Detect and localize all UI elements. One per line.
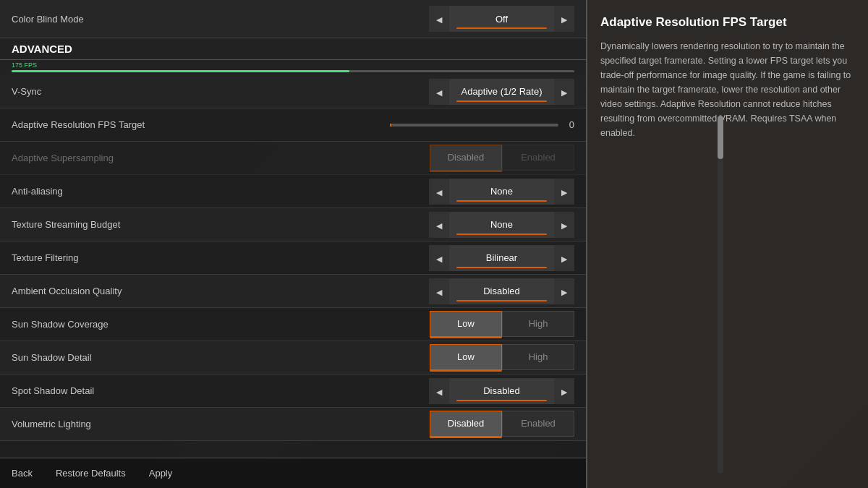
volumetric-lighting-row: Volumetric Lighting Disabled Enabled	[0, 408, 586, 441]
adaptive-res-label: Adaptive Resolution FPS Target	[12, 119, 390, 130]
adaptive-res-slider[interactable]	[390, 124, 558, 127]
sun-shadow-detail-high-btn[interactable]: High	[502, 344, 574, 370]
vsync-value-box: Adaptive (1/2 Rate)	[449, 79, 554, 105]
adaptive-super-row: Adaptive Supersampling Disabled Enabled	[0, 142, 586, 175]
arrow-left-icon	[436, 86, 442, 98]
arrow-right-icon	[561, 13, 567, 25]
ambient-occlusion-right-btn[interactable]	[554, 278, 574, 304]
texture-filtering-value-box: Bilinear	[449, 245, 554, 271]
arrow-right-icon	[561, 86, 567, 98]
anti-aliasing-control: None	[429, 179, 574, 205]
vsync-underline	[456, 100, 547, 102]
color-blind-control: Off	[429, 6, 574, 32]
arrow-left-icon	[436, 252, 442, 264]
sun-shadow-detail-left-wrap: Low	[430, 344, 502, 372]
spot-shadow-detail-left-btn[interactable]	[429, 378, 449, 404]
info-panel: Adaptive Resolution FPS Target Dynamical…	[586, 0, 868, 488]
color-blind-left-btn[interactable]	[429, 6, 449, 32]
color-blind-underline	[456, 27, 547, 29]
adaptive-super-right-wrap: Enabled	[502, 145, 574, 172]
arrow-left-icon	[436, 385, 442, 397]
arrow-left-icon	[436, 219, 442, 231]
ambient-occlusion-left-btn[interactable]	[429, 278, 449, 304]
texture-streaming-underline	[456, 234, 547, 235]
vsync-value: Adaptive (1/2 Rate)	[461, 87, 542, 96]
sun-shadow-detail-right-wrap: High	[502, 344, 574, 372]
scrollbar-thumb[interactable]	[718, 116, 723, 159]
texture-streaming-left-btn[interactable]	[429, 212, 449, 238]
color-blind-value-box: Off	[449, 6, 554, 32]
sun-shadow-coverage-low-btn[interactable]: Low	[430, 311, 502, 337]
texture-filtering-right-btn[interactable]	[554, 245, 574, 271]
ambient-occlusion-control: Disabled	[429, 278, 574, 304]
texture-filtering-control: Bilinear	[429, 245, 574, 271]
sun-shadow-coverage-right-line	[502, 337, 574, 338]
volumetric-lighting-enabled-btn[interactable]: Enabled	[502, 411, 574, 437]
color-blind-right-btn[interactable]	[554, 6, 574, 32]
adaptive-res-control: 0	[390, 119, 574, 130]
arrow-left-icon	[436, 286, 442, 297]
volumetric-lighting-right-wrap: Enabled	[502, 411, 574, 438]
adaptive-res-row: Adaptive Resolution FPS Target 0	[0, 108, 586, 142]
restore-defaults-button[interactable]: Restore Defaults	[56, 468, 126, 479]
texture-filtering-row: Texture Filtering Bilinear	[0, 241, 586, 275]
sun-shadow-coverage-left-wrap: Low	[430, 311, 502, 338]
ambient-occlusion-value-box: Disabled	[449, 278, 554, 304]
fps-bar-label: 175 FPS	[12, 61, 574, 69]
apply-button[interactable]: Apply	[149, 468, 173, 479]
color-blind-label: Color Blind Mode	[12, 14, 429, 25]
anti-aliasing-left-btn[interactable]	[429, 179, 449, 205]
settings-list: V-Sync Adaptive (1/2 Rate) Adaptive Reso…	[0, 75, 586, 488]
vsync-row: V-Sync Adaptive (1/2 Rate)	[0, 75, 586, 108]
adaptive-res-fill	[390, 124, 391, 127]
arrow-left-icon	[436, 186, 442, 197]
texture-filtering-left-btn[interactable]	[429, 245, 449, 271]
settings-panel: Color Blind Mode Off ADVANCED 175 FPS	[0, 0, 586, 488]
spot-shadow-detail-underline	[456, 400, 547, 401]
scrollbar-area	[718, 101, 723, 459]
sun-shadow-coverage-right-wrap: High	[502, 311, 574, 338]
texture-filtering-label: Texture Filtering	[12, 252, 429, 263]
arrow-left-icon	[436, 13, 442, 25]
adaptive-super-enabled-btn[interactable]: Enabled	[502, 145, 574, 171]
anti-aliasing-underline	[456, 200, 547, 202]
spot-shadow-detail-right-btn[interactable]	[554, 378, 574, 404]
anti-aliasing-value: None	[490, 187, 513, 196]
advanced-header: ADVANCED	[0, 38, 586, 60]
back-button[interactable]: Back	[12, 468, 33, 479]
volumetric-lighting-label: Volumetric Lighting	[12, 419, 430, 429]
adaptive-res-value: 0	[564, 119, 574, 130]
arrow-right-icon	[561, 385, 567, 397]
vsync-left-btn[interactable]	[429, 79, 449, 105]
fps-bar-track	[12, 70, 574, 72]
volumetric-lighting-left-wrap: Disabled	[430, 411, 502, 438]
adaptive-super-left-line	[430, 171, 502, 172]
ambient-occlusion-underline	[456, 300, 547, 301]
sun-shadow-detail-label: Sun Shadow Detail	[12, 352, 430, 363]
adaptive-super-label: Adaptive Supersampling	[12, 153, 430, 163]
spot-shadow-detail-row: Spot Shadow Detail Disabled	[0, 374, 586, 408]
volumetric-lighting-right-line	[502, 437, 574, 438]
sun-shadow-coverage-left-line	[430, 337, 502, 338]
main-container: Color Blind Mode Off ADVANCED 175 FPS	[0, 0, 868, 488]
adaptive-super-disabled-btn[interactable]: Disabled	[430, 145, 502, 171]
texture-streaming-control: None	[429, 212, 574, 238]
sun-shadow-detail-left-line	[430, 370, 502, 372]
arrow-right-icon	[561, 252, 567, 264]
sun-shadow-detail-low-btn[interactable]: Low	[430, 344, 502, 370]
sun-shadow-coverage-row: Sun Shadow Coverage Low High	[0, 308, 586, 341]
volumetric-lighting-disabled-btn[interactable]: Disabled	[430, 411, 502, 437]
anti-aliasing-right-btn[interactable]	[554, 179, 574, 205]
adaptive-super-toggle: Disabled Enabled	[430, 145, 574, 172]
texture-filtering-underline	[456, 267, 547, 268]
advanced-label: ADVANCED	[12, 43, 72, 55]
sun-shadow-detail-toggle: Low High	[430, 344, 574, 372]
texture-streaming-right-btn[interactable]	[554, 212, 574, 238]
fps-bar-fill	[12, 70, 349, 72]
spot-shadow-detail-value: Disabled	[483, 386, 520, 395]
vsync-control: Adaptive (1/2 Rate)	[429, 79, 574, 105]
adaptive-super-right-line	[502, 171, 574, 172]
spot-shadow-detail-control: Disabled	[429, 378, 574, 404]
vsync-right-btn[interactable]	[554, 79, 574, 105]
sun-shadow-coverage-high-btn[interactable]: High	[502, 311, 574, 337]
